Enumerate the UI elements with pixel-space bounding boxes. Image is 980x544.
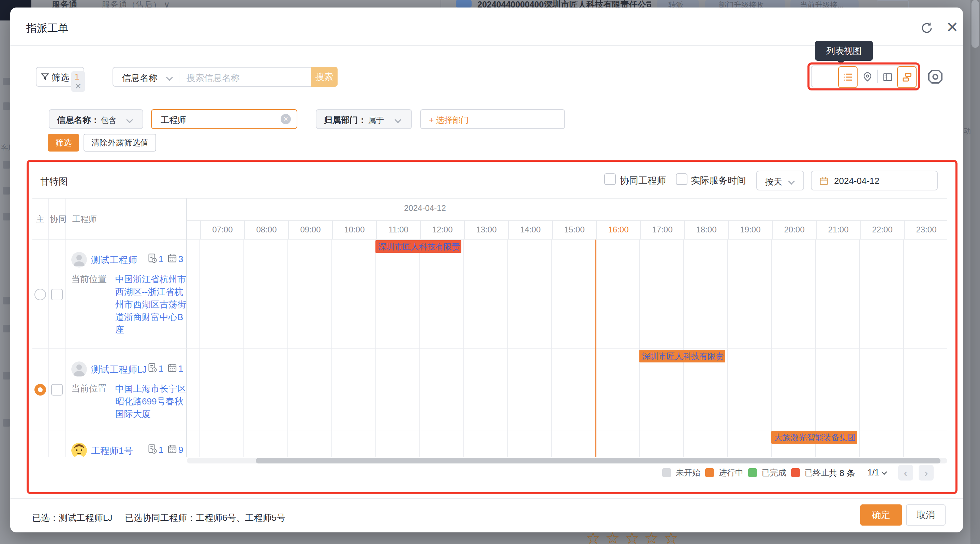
- date-value: 2024-04-12: [834, 176, 880, 186]
- hour-label: 18:00: [684, 220, 728, 239]
- hour-label: 23:00: [904, 220, 947, 239]
- bg-edge-fragment: 动: [964, 126, 971, 136]
- location-link[interactable]: 中国浙江省杭州市西湖区--浙江省杭州市西湖区古荡街道浙商财富中心B座: [115, 273, 188, 336]
- hour-label: 14:00: [508, 220, 552, 239]
- time-header: 06:00 07:0008:0009:0010:0011:0012:0013:0…: [187, 220, 947, 239]
- search-button[interactable]: 搜索: [311, 67, 337, 87]
- gantt-task-bar[interactable]: 深圳市匠人科技有限责: [640, 350, 725, 362]
- engineer-row: 测试工程师13当前位置中国浙江省杭州市西湖区--浙江省杭州市西湖区古荡街道浙商财…: [32, 239, 947, 349]
- legend-label: 已完成: [762, 467, 786, 478]
- hour-label: 21:00: [816, 220, 860, 239]
- location-link[interactable]: 中国上海市长宁区昭化路699号春秋国际大厦: [115, 383, 188, 420]
- sidebar-icon[interactable]: [3, 78, 10, 85]
- search-field-select[interactable]: 信息名称: [122, 72, 158, 84]
- hour-label: 09:00: [288, 220, 332, 239]
- chevron-down-icon: [166, 74, 173, 81]
- filter-toggle-button[interactable]: 筛选 1 ✕: [36, 67, 84, 87]
- sidebar-icon[interactable]: [3, 187, 10, 195]
- schedule-count-icon: [167, 444, 177, 455]
- gantt-view-icon[interactable]: [897, 66, 916, 88]
- info-name-value-input[interactable]: 工程师 ✕: [151, 109, 298, 129]
- gantt-task-bar[interactable]: 深圳市匠人科技有限责: [375, 240, 461, 253]
- legend-color-swatch: [705, 468, 714, 477]
- hour-label: 10:00: [332, 220, 376, 239]
- cancel-button[interactable]: 取消: [906, 504, 945, 526]
- workorder-count-icon: [148, 253, 157, 265]
- settings-icon[interactable]: [926, 68, 945, 88]
- assign-workorder-dialog: 指派工单 ✕ 筛选 1 ✕ 信息名称 搜索信息名称 搜索 信息名称： 包含 工程…: [10, 8, 963, 533]
- footer-divider: [10, 498, 963, 499]
- board-view-icon[interactable]: [878, 66, 897, 88]
- main-engineer-radio[interactable]: [35, 289, 46, 300]
- prev-page-button[interactable]: ‹: [898, 465, 913, 480]
- legend-color-swatch: [662, 468, 671, 477]
- browser-scrollbar-thumb[interactable]: [972, 0, 979, 48]
- sidebar-icon[interactable]: [3, 161, 10, 169]
- schedule-count-icon: [167, 254, 177, 265]
- gantt-hscrollbar-thumb[interactable]: [256, 458, 940, 463]
- location-label: 当前位置: [71, 273, 107, 285]
- clear-value-icon[interactable]: ✕: [281, 114, 291, 124]
- sidebar-icon[interactable]: [3, 297, 10, 305]
- clear-exposed-filters-button[interactable]: 清除外露筛选值: [84, 134, 156, 152]
- filter-chip-department[interactable]: 归属部门： 属于: [316, 109, 412, 129]
- hour-label: 16:00: [596, 220, 640, 239]
- hour-label: 19:00: [728, 220, 772, 239]
- next-page-button[interactable]: ›: [919, 465, 934, 480]
- map-view-icon[interactable]: [858, 66, 877, 88]
- co-engineer-checkbox-label: 协同工程师: [620, 174, 666, 187]
- sidebar-icon[interactable]: [3, 213, 10, 220]
- bg-divider: [441, 0, 441, 8]
- selected-co-engineers-text: 已选协同工程师：工程师6号、工程师5号: [125, 512, 285, 524]
- sidebar-icon[interactable]: [3, 372, 10, 380]
- co-engineer-checkbox[interactable]: [604, 173, 616, 185]
- workorder-count[interactable]: 1: [159, 445, 163, 455]
- sidebar-icon[interactable]: [3, 102, 10, 110]
- gantt-table: 主 协同 工程师 2024-04-12 06:00 07:0008:0009:0…: [32, 198, 947, 467]
- schedule-count[interactable]: 1: [178, 364, 183, 374]
- refresh-icon[interactable]: [919, 21, 934, 37]
- select-department-input[interactable]: + 选择部门: [420, 109, 565, 129]
- order-type-icon: [456, 0, 472, 8]
- engineer-name-link[interactable]: 测试工程师LJ: [91, 364, 147, 376]
- filter-chip-info-name[interactable]: 信息名称： 包含: [49, 109, 143, 129]
- current-time-line: [595, 239, 597, 457]
- hour-label: 11:00: [376, 220, 420, 239]
- actual-service-time-checkbox[interactable]: [676, 173, 687, 185]
- workorder-count-icon: [148, 363, 157, 374]
- workorder-count[interactable]: 1: [159, 254, 163, 265]
- time-scale-select[interactable]: 按天: [756, 171, 804, 190]
- main-engineer-radio[interactable]: [35, 384, 46, 396]
- engineer-row: 工程师1号19大族激光智能装备集团: [32, 430, 947, 457]
- tooltip-arrow: [837, 60, 845, 65]
- gantt-task-bar[interactable]: 大族激光智能装备集团: [771, 431, 857, 443]
- workorder-count[interactable]: 1: [159, 364, 163, 374]
- sidebar-icon[interactable]: [3, 419, 10, 427]
- engineer-name-link[interactable]: 工程师1号: [91, 445, 133, 457]
- filter-count-badge[interactable]: 1 ✕: [71, 71, 85, 92]
- schedule-count[interactable]: 3: [178, 254, 183, 265]
- engineer-name-link[interactable]: 测试工程师: [91, 254, 137, 266]
- confirm-button[interactable]: 确定: [860, 504, 902, 526]
- chevron-down-icon: [788, 178, 795, 185]
- avatar: [71, 361, 87, 377]
- co-engineer-checkbox[interactable]: [51, 289, 63, 300]
- legend-label: 进行中: [719, 467, 743, 478]
- close-icon[interactable]: ✕: [946, 20, 959, 35]
- search-input[interactable]: 搜索信息名称: [186, 72, 240, 84]
- search-compound-field: 信息名称 搜索信息名称 搜索: [113, 67, 337, 87]
- filter-toggle-label: 筛选: [51, 72, 69, 84]
- date-picker[interactable]: 2024-04-12: [811, 171, 938, 190]
- filter-clear-icon[interactable]: ✕: [75, 81, 81, 91]
- page-size-select[interactable]: 1/1: [867, 467, 886, 477]
- schedule-count[interactable]: 9: [178, 445, 183, 455]
- chevron-down-icon: [126, 116, 133, 123]
- total-count: 共 8 条: [829, 467, 855, 479]
- co-engineer-checkbox[interactable]: [51, 384, 63, 396]
- apply-filter-button[interactable]: 筛选: [48, 134, 79, 152]
- list-view-icon[interactable]: [838, 66, 858, 88]
- actual-service-time-checkbox-label: 实际服务时间: [691, 174, 746, 187]
- browser-scrollbar-track[interactable]: [970, 0, 980, 544]
- sidebar-icon[interactable]: [3, 325, 10, 332]
- gantt-body: 测试工程师13当前位置中国浙江省杭州市西湖区--浙江省杭州市西湖区古荡街道浙商财…: [32, 239, 947, 457]
